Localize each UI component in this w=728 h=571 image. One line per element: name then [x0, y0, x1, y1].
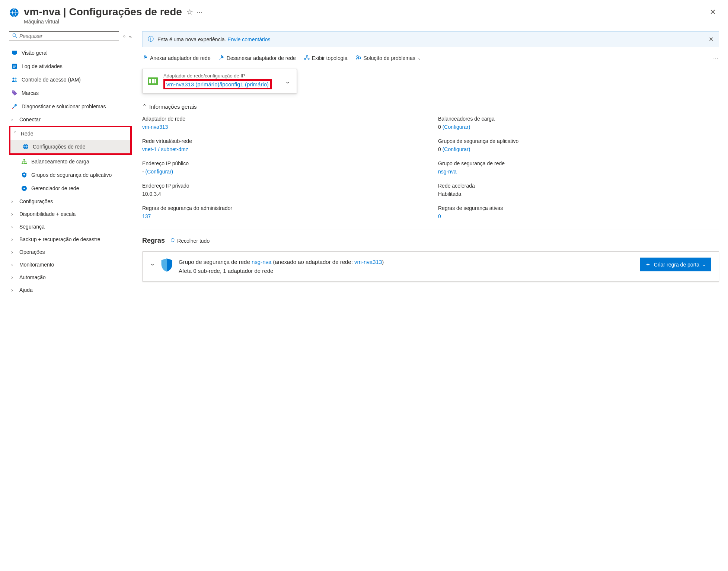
chevron-right-icon: ›	[11, 262, 16, 268]
sidebar-item-security[interactable]: › Segurança	[9, 220, 132, 233]
nsg-affects-text: Afeta 0 sub-rede, 1 adaptador de rede	[179, 267, 640, 275]
chevron-right-icon: ›	[11, 236, 16, 242]
svg-rect-4	[13, 54, 16, 55]
nic-selector-card[interactable]: Adaptador de rede/configuração de IP vm-…	[142, 69, 297, 93]
nsg-nic-link[interactable]: vm-nva313	[354, 259, 382, 265]
chevron-right-icon: ›	[11, 249, 16, 255]
sidebar-item-iam[interactable]: Controle de acesso (IAM)	[9, 73, 132, 86]
svg-point-25	[359, 57, 361, 59]
network-manager-icon	[21, 185, 28, 192]
nsg-link[interactable]: nsg-nva	[438, 169, 457, 175]
collapse-icon	[170, 237, 175, 244]
create-port-rule-button[interactable]: ＋ Criar regra de porta ⌄	[640, 258, 711, 271]
info-icon: ⓘ	[148, 35, 154, 43]
vm-network-icon	[9, 7, 19, 18]
toolbar-more-button[interactable]: ⋯	[713, 55, 719, 61]
banner-close-button[interactable]: ✕	[709, 36, 713, 43]
detach-nic-button[interactable]: Desanexar adaptador de rede	[219, 55, 296, 61]
sidebar-item-backup[interactable]: › Backup + recuperação de desastre	[9, 233, 132, 246]
svg-point-21	[306, 55, 307, 57]
sidebar-item-tags[interactable]: Marcas	[9, 86, 132, 100]
svg-point-9	[13, 78, 15, 80]
shield-icon	[160, 258, 173, 272]
nsg-name-link[interactable]: nsg-nva	[252, 259, 271, 265]
sidebar-item-networking[interactable]: › Rede	[10, 127, 130, 140]
sidebar-item-activity-log[interactable]: Log de atividades	[9, 60, 132, 73]
chevron-down-icon: ›	[12, 131, 18, 136]
troubleshoot-button[interactable]: Solução de problemas ⌄	[355, 55, 421, 61]
svg-rect-29	[154, 79, 156, 83]
svg-rect-14	[23, 159, 25, 160]
rules-title: Regras	[142, 237, 165, 245]
svg-rect-6	[13, 65, 16, 66]
highlight-rede-section: › Rede Configurações de rede	[9, 126, 132, 155]
sidebar-item-connect[interactable]: › Conectar	[9, 113, 132, 126]
nic-selector-value[interactable]: vm-nva313 (primário)/ipconfig1 (primário…	[166, 81, 269, 87]
pip-configure-link[interactable]: (Configurar)	[146, 169, 173, 175]
attach-icon	[142, 55, 148, 61]
svg-point-20	[23, 188, 25, 189]
sidebar-item-load-balancing[interactable]: Balanceamento de carga	[9, 155, 132, 168]
lb-configure-link[interactable]: (Configurar)	[443, 124, 470, 130]
accel-value: Habilitada	[438, 191, 719, 197]
favorite-button[interactable]: ☆	[186, 7, 193, 16]
svg-rect-3	[12, 51, 17, 54]
sidebar-item-network-settings[interactable]: Configurações de rede	[10, 140, 130, 153]
feedback-link[interactable]: Envie comentários	[227, 36, 270, 42]
accel-label: Rede acelerada	[438, 183, 719, 189]
chevron-down-icon: ⌄	[702, 262, 706, 267]
sidebar: ⟐ « Visão geral Log de atividades Contro…	[9, 31, 132, 296]
attach-nic-button[interactable]: Anexar adaptador de rede	[142, 55, 211, 61]
chevron-right-icon: ›	[11, 117, 16, 122]
nic-link[interactable]: vm-nva313	[142, 124, 168, 130]
chevron-right-icon: ›	[11, 211, 16, 217]
sidebar-item-automation[interactable]: › Automação	[9, 271, 132, 284]
sidebar-item-operations[interactable]: › Operações	[9, 246, 132, 258]
search-icon	[12, 33, 17, 39]
chevron-right-icon: ›	[11, 287, 16, 293]
sidebar-item-asg[interactable]: Grupos de segurança de aplicativo	[9, 168, 132, 182]
active-rules-link[interactable]: 0	[438, 213, 441, 219]
nsg-card: ⌄ Grupo de segurança de rede nsg-nva (an…	[142, 251, 719, 282]
sidebar-item-diagnose[interactable]: Diagnosticar e solucionar problemas	[9, 100, 132, 113]
svg-rect-8	[13, 67, 15, 68]
svg-point-18	[23, 174, 25, 176]
monitor-icon	[11, 50, 18, 56]
chevron-up-icon: ⌃	[142, 103, 147, 110]
asg-configure-link[interactable]: (Configurar)	[443, 146, 470, 152]
sidebar-item-network-manager[interactable]: Gerenciador de rede	[9, 182, 132, 195]
general-info-toggle[interactable]: ⌃ Informações gerais	[142, 103, 719, 110]
vnet-label: Rede virtual/sub-rede	[142, 138, 423, 144]
nic-label: Adaptador de rede	[142, 116, 423, 122]
header-more-button[interactable]: ⋯	[196, 8, 204, 16]
pip-label: Endereço IP público	[142, 160, 423, 166]
svg-point-24	[357, 55, 359, 57]
wrench-icon	[11, 103, 18, 110]
toolbar: Anexar adaptador de rede Desanexar adapt…	[142, 55, 719, 61]
nic-selector-label: Adaptador de rede/configuração de IP	[163, 73, 272, 79]
svg-point-10	[15, 78, 17, 80]
info-banner: ⓘ Esta é uma nova experiência. Envie com…	[142, 31, 719, 47]
load-balancer-icon	[21, 158, 28, 165]
close-button[interactable]: ✕	[707, 6, 719, 18]
search-box[interactable]	[9, 31, 119, 41]
vnet-link[interactable]: vnet-1 / subnet-dmz	[142, 146, 188, 152]
active-rules-label: Regras de segurança ativas	[438, 205, 719, 211]
topology-button[interactable]: Exibir topologia	[304, 55, 348, 61]
expand-icon[interactable]: ⟐	[123, 34, 125, 39]
svg-rect-27	[149, 79, 151, 83]
sidebar-item-settings[interactable]: › Configurações	[9, 195, 132, 208]
chevron-down-icon[interactable]: ⌄	[150, 260, 155, 267]
sidebar-item-overview[interactable]: Visão geral	[9, 46, 132, 60]
sidebar-item-availability[interactable]: › Disponibilidade + escala	[9, 208, 132, 220]
sidebar-item-help[interactable]: › Ajuda	[9, 284, 132, 296]
log-icon	[11, 63, 18, 70]
collapse-all-button[interactable]: Recolher tudo	[170, 237, 210, 244]
sidebar-item-monitoring[interactable]: › Monitoramento	[9, 258, 132, 271]
collapse-sidebar-icon[interactable]: «	[129, 34, 132, 39]
search-input[interactable]	[19, 33, 116, 39]
svg-rect-17	[25, 163, 27, 164]
privip-label: Endereço IP privado	[142, 183, 423, 189]
detach-icon	[219, 55, 224, 61]
admin-rules-link[interactable]: 137	[142, 213, 151, 219]
